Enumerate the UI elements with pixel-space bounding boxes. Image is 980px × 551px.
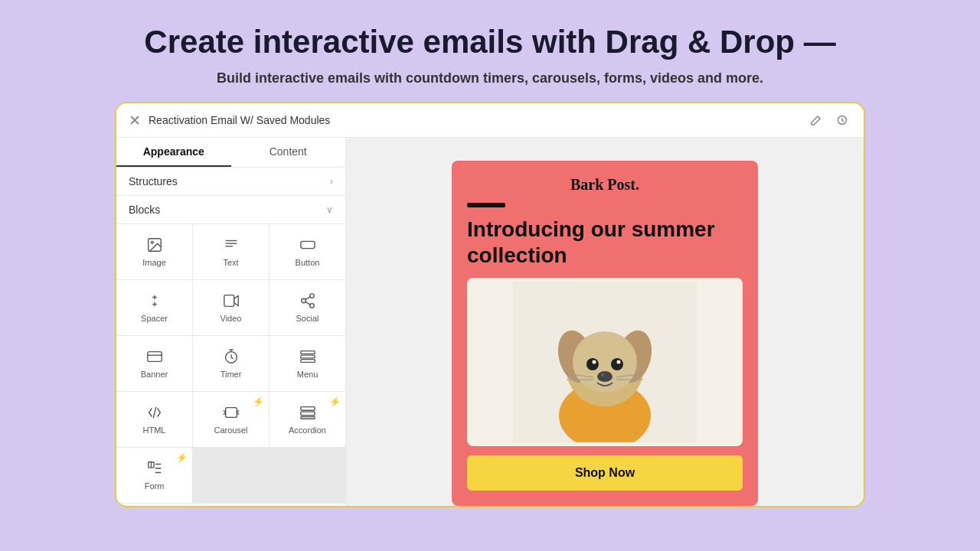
svg-rect-24 [300, 360, 314, 363]
email-preview: Bark Post. Introducing our summer collec… [452, 161, 758, 505]
block-video-label: Video [220, 314, 242, 323]
structures-label: Structures [129, 175, 178, 187]
tab-content[interactable]: Content [231, 138, 346, 167]
block-timer[interactable]: Timer [193, 336, 269, 391]
svg-rect-28 [300, 412, 314, 416]
blocks-grid: Image Text Button [116, 224, 345, 503]
structures-arrow-icon: › [330, 176, 333, 187]
block-form[interactable]: ⚡ Form [116, 448, 192, 503]
page-title: Create interactive emails with Drag & Dr… [15, 23, 965, 61]
block-timer-label: Timer [220, 370, 242, 379]
editor-body: Appearance Content Structures › Blocks ∨ [116, 138, 864, 506]
block-banner[interactable]: Banner [116, 336, 192, 391]
blocks-section-header[interactable]: Blocks ∨ [116, 196, 345, 224]
carousel-lightning-icon: ⚡ [253, 396, 264, 407]
block-text[interactable]: Text [193, 224, 269, 279]
preview-area: Bark Post. Introducing our summer collec… [346, 138, 864, 506]
block-button-label: Button [296, 258, 320, 267]
page-header: Create interactive emails with Drag & Dr… [0, 0, 980, 102]
form-lightning-icon: ⚡ [176, 452, 188, 463]
block-menu-label: Menu [297, 370, 318, 379]
block-spacer[interactable]: Spacer [116, 280, 192, 335]
block-text-label: Text [223, 258, 238, 267]
svg-rect-22 [300, 351, 314, 354]
tabs: Appearance Content [116, 138, 345, 168]
block-image-label: Image [142, 258, 166, 267]
block-carousel[interactable]: ⚡ Carousel [193, 392, 269, 447]
svg-line-18 [305, 297, 309, 300]
email-headline: Introducing our summer collection [467, 217, 743, 268]
svg-rect-26 [225, 408, 237, 418]
edit-icon[interactable] [807, 111, 825, 129]
structures-section[interactable]: Structures › [116, 168, 345, 196]
svg-rect-19 [147, 352, 161, 362]
email-brand: Bark Post. [467, 176, 743, 194]
block-menu[interactable]: Menu [270, 336, 345, 391]
title-bar: Reactivation Email W/ Saved Modules [116, 103, 864, 138]
svg-rect-29 [300, 417, 314, 419]
email-cta-button[interactable]: Shop Now [467, 455, 743, 491]
block-video[interactable]: Video [193, 280, 269, 335]
modules-section[interactable]: Modules › [116, 503, 345, 506]
blocks-label: Blocks [129, 204, 160, 216]
block-image[interactable]: Image [116, 224, 192, 279]
blocks-chevron-icon: ∨ [326, 204, 333, 215]
accordion-lightning-icon: ⚡ [329, 396, 341, 407]
sidebar: Appearance Content Structures › Blocks ∨ [116, 138, 346, 506]
svg-rect-8 [300, 242, 314, 249]
block-social[interactable]: Social [270, 280, 345, 335]
svg-line-25 [153, 407, 156, 419]
history-icon[interactable] [833, 111, 851, 129]
block-accordion[interactable]: ⚡ Accordion [270, 392, 345, 447]
close-button[interactable] [129, 114, 141, 126]
tab-appearance[interactable]: Appearance [116, 138, 231, 167]
svg-line-17 [305, 302, 309, 305]
block-form-label: Form [145, 481, 165, 491]
block-spacer-label: Spacer [141, 314, 168, 323]
svg-rect-13 [224, 295, 234, 307]
svg-point-14 [309, 294, 314, 298]
block-html-label: HTML [143, 425, 166, 435]
block-button[interactable]: Button [270, 224, 345, 279]
block-accordion-label: Accordion [289, 425, 326, 435]
svg-point-44 [597, 371, 612, 382]
page-subtitle: Build interactive emails with countdown … [15, 70, 965, 86]
svg-point-41 [611, 358, 623, 370]
block-banner-label: Banner [141, 370, 168, 379]
email-divider [467, 203, 505, 207]
svg-point-16 [309, 304, 314, 308]
block-html[interactable]: HTML [116, 392, 192, 447]
svg-point-42 [593, 360, 596, 364]
dog-illustration [513, 282, 697, 442]
document-title: Reactivation Email W/ Saved Modules [149, 114, 799, 126]
svg-point-39 [573, 331, 637, 393]
editor-window: Reactivation Email W/ Saved Modules Appe… [115, 102, 865, 507]
svg-point-40 [586, 358, 599, 370]
block-social-label: Social [296, 314, 319, 323]
svg-rect-27 [300, 407, 314, 411]
svg-point-4 [151, 242, 153, 244]
svg-point-43 [617, 360, 621, 364]
svg-point-45 [601, 373, 604, 377]
svg-rect-23 [300, 356, 314, 359]
email-image-box [467, 278, 743, 446]
svg-point-15 [301, 299, 305, 304]
block-carousel-label: Carousel [214, 425, 247, 435]
